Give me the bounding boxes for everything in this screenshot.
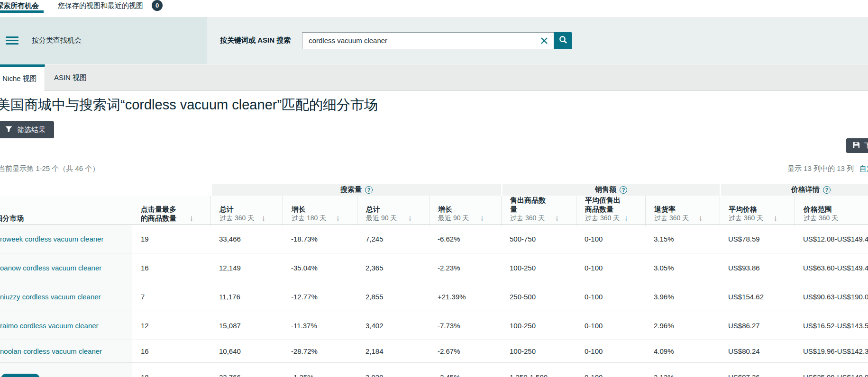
niche-link[interactable]: raimo cordless vacuum cleaner <box>0 322 99 330</box>
cell: 2,365 <box>357 253 429 282</box>
column-header-3[interactable]: 增长过去 180 天↓ <box>283 196 357 226</box>
group-header-spacer <box>0 184 210 196</box>
sort-icon[interactable]: ↓ <box>262 214 266 223</box>
group-label: 搜索量 <box>340 185 362 194</box>
table-row: niuzzy cordless vacuum cleaner711,176-12… <box>0 282 868 311</box>
category-menu-button[interactable]: 按分类查找机会 <box>0 17 207 64</box>
keyword-search-area: 按关键词或 ASIN 搜索 <box>207 17 868 64</box>
cell: -11.37% <box>283 311 357 340</box>
cell: 2.96% <box>645 311 720 340</box>
cell: 10,640 <box>210 340 283 362</box>
cell: US$16.52-US$143.58 <box>795 311 868 340</box>
cell: US$12.08-US$149.45 <box>795 225 868 253</box>
search-button[interactable] <box>554 32 572 49</box>
info-icon[interactable]: ? <box>620 186 627 194</box>
cell: 3.96% <box>645 282 720 311</box>
column-header-10: 价格范围过去 360 天 <box>795 196 868 226</box>
column-header-7[interactable]: 平均值售出商品数量过去 360 天↓ <box>576 196 645 226</box>
active-tab-underline <box>0 10 44 13</box>
table-body: roweek cordless vacuum cleaner1933,466-1… <box>0 225 868 377</box>
cell: 33,466 <box>210 225 283 253</box>
cell: 2,184 <box>357 340 429 362</box>
column-header-9[interactable]: 平均价格过去 360 天↓ <box>720 196 795 226</box>
column-header-8[interactable]: 退货率过去 360 天↓ <box>645 196 720 226</box>
page-title: 美国商城中与搜索词“cordless vacuum cleaner”匹配的细分市… <box>0 96 378 115</box>
niche-link[interactable]: oanow cordless vacuum cleaner <box>0 264 101 272</box>
group-header-sales: 销售额 ? <box>501 184 720 196</box>
cell: -2.45% <box>429 363 501 377</box>
sort-icon[interactable]: ↓ <box>408 214 412 223</box>
cell: 0-100 <box>576 225 645 253</box>
cell: -1.25% <box>283 363 357 377</box>
niche-cell: noolan cordless vacuum cleaner <box>0 340 132 362</box>
cell: 12,149 <box>210 253 283 282</box>
sort-icon[interactable]: ↓ <box>699 214 703 223</box>
niche-link[interactable]: roweek cordless vacuum cleaner <box>0 235 103 243</box>
search-icon <box>558 35 568 46</box>
sort-icon[interactable]: ↓ <box>555 214 559 223</box>
column-header-4[interactable]: 总计最近 90 天↓ <box>357 196 429 226</box>
column-header-6[interactable]: 售出商品数量过去 360 天↓ <box>501 196 576 226</box>
cell: US$19.96-US$142.39 <box>795 340 868 362</box>
cell: US$86.27 <box>720 311 795 340</box>
customize-columns-link[interactable]: 自定义 <box>859 164 868 173</box>
info-icon[interactable]: ? <box>823 186 831 194</box>
download-button[interactable]: 下载 <box>846 138 868 153</box>
cell: 500-750 <box>501 225 576 253</box>
cell: 3,020 <box>357 363 429 377</box>
group-header-price-details: 价格详情 ? <box>720 184 868 196</box>
search-label: 按关键词或 ASIN 搜索 <box>220 36 291 45</box>
sort-icon[interactable]: ↓ <box>774 214 778 223</box>
tab-asin-view[interactable]: ASIN 视图 <box>45 64 96 91</box>
cell: -7.73% <box>429 311 501 340</box>
cell: 11,176 <box>210 282 283 311</box>
clear-search-icon[interactable] <box>539 36 549 45</box>
cell: 12 <box>132 311 210 340</box>
cell: 0-100 <box>576 282 645 311</box>
column-header-2[interactable]: 总计过去 360 天↓ <box>210 196 283 226</box>
cell: 16 <box>132 340 210 362</box>
top-tab-explore[interactable]: 探索所有机会 <box>0 1 39 10</box>
cell: US$63.60-US$149.45 <box>795 253 868 282</box>
search-box <box>302 32 572 49</box>
sort-icon[interactable]: ↓ <box>624 214 629 223</box>
column-header-0: 细分市场 <box>0 196 132 226</box>
cell: US$80.24 <box>720 340 795 362</box>
cell: US$97.36 <box>720 363 795 377</box>
niche-cell: raimo cordless vacuum cleaner <box>0 311 132 340</box>
top-tab-bar: 探索所有机会 您保存的视图和最近的视图 0 <box>0 0 868 17</box>
cell: -12.77% <box>283 282 357 311</box>
cell: 0-100 <box>576 253 645 282</box>
info-icon[interactable]: ? <box>365 186 373 194</box>
cell: 4.09% <box>645 340 720 362</box>
sort-icon[interactable]: ↓ <box>336 214 340 223</box>
filter-button-label: 筛选结果 <box>17 126 46 135</box>
table-row: 1823,766-1.25%3,020-2.45%1,250-1,5000-10… <box>0 363 868 377</box>
cell: 100-250 <box>501 253 576 282</box>
column-header-1[interactable]: 点击量最多的商品数量↓ <box>132 196 210 226</box>
group-header-search-volume: 搜索量 ? <box>210 184 501 196</box>
download-button-label: 下载 <box>864 142 868 150</box>
keyword-search-input[interactable] <box>302 32 554 49</box>
top-tab-saved-views[interactable]: 您保存的视图和最近的视图 <box>58 1 143 10</box>
niche-link[interactable]: niuzzy cordless vacuum cleaner <box>0 293 101 301</box>
sort-icon[interactable]: ↓ <box>190 214 194 223</box>
group-label: 价格详情 <box>791 185 820 194</box>
saved-views-count-badge: 0 <box>152 0 163 11</box>
column-header-5[interactable]: 增长最近 90 天↓ <box>429 196 501 226</box>
niche-cell: niuzzy cordless vacuum cleaner <box>0 282 132 311</box>
niche-link[interactable]: noolan cordless vacuum cleaner <box>0 347 102 355</box>
cell: US$93.86 <box>720 253 795 282</box>
cell: 100-250 <box>501 340 576 362</box>
sort-icon[interactable]: ↓ <box>480 214 484 223</box>
cell: US$90.63-US$190.07 <box>795 282 868 311</box>
table-row: noolan cordless vacuum cleaner1610,640-2… <box>0 340 868 363</box>
group-header-row: 搜索量 ? 销售额 ? 价格详情 ? <box>0 184 868 196</box>
niche-cell: roweek cordless vacuum cleaner <box>0 225 132 253</box>
table-row: roweek cordless vacuum cleaner1933,466-1… <box>0 225 868 253</box>
filter-results-button[interactable]: 筛选结果 <box>0 121 54 138</box>
column-header-row: 细分市场点击量最多的商品数量↓总计过去 360 天↓增长过去 180 天↓总计最… <box>0 196 868 225</box>
niche-table: 搜索量 ? 销售额 ? 价格详情 ? 细分市场点击量最多的商品数量↓总计过去 3… <box>0 184 868 377</box>
niche-cell: oanow cordless vacuum cleaner <box>0 253 132 282</box>
tab-niche-view[interactable]: Niche 视图 <box>0 64 45 91</box>
